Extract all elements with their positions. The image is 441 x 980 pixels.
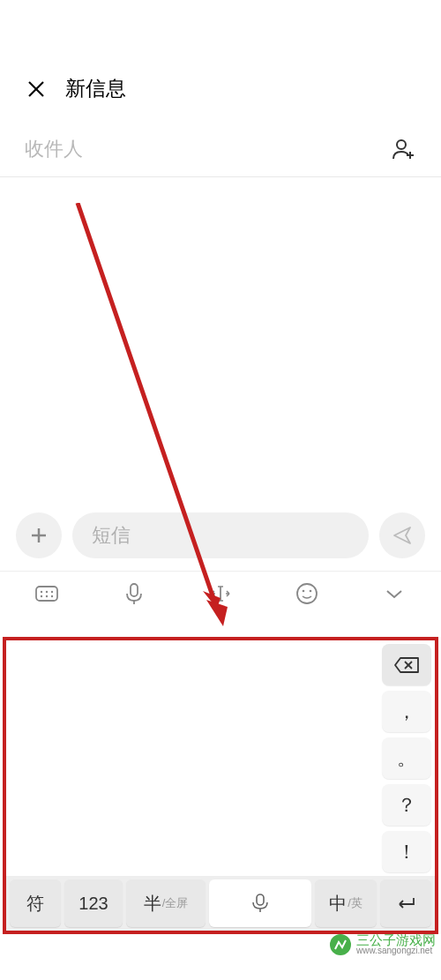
collapse-keyboard-button[interactable] bbox=[363, 587, 426, 600]
emoji-icon bbox=[295, 582, 318, 605]
question-key[interactable]: ？ bbox=[382, 784, 431, 826]
enter-icon bbox=[394, 895, 417, 911]
close-button[interactable] bbox=[25, 78, 48, 101]
svg-point-17 bbox=[297, 584, 317, 603]
half-sub-label: /全屏 bbox=[162, 895, 189, 911]
message-content bbox=[0, 177, 441, 504]
svg-point-19 bbox=[310, 590, 312, 593]
svg-point-18 bbox=[303, 590, 305, 593]
keyboard-panel: ， 。 ？ ！ 符 123 半/全屏 中/英 bbox=[3, 637, 438, 934]
close-icon bbox=[26, 79, 46, 99]
svg-point-10 bbox=[51, 591, 53, 593]
attachment-button[interactable] bbox=[16, 512, 62, 558]
symbol-key[interactable]: 符 bbox=[10, 879, 61, 927]
recipient-row[interactable]: 收件人 bbox=[0, 120, 441, 177]
svg-rect-14 bbox=[131, 584, 138, 596]
send-icon bbox=[392, 525, 413, 546]
voice-input-button[interactable] bbox=[102, 582, 166, 605]
enter-key[interactable] bbox=[380, 879, 431, 927]
microphone-icon bbox=[124, 582, 144, 605]
svg-point-8 bbox=[41, 591, 42, 593]
half-label: 半 bbox=[144, 892, 161, 916]
cursor-icon bbox=[208, 584, 233, 603]
watermark-text-block: 三公子游戏网 www.sangongzi.net bbox=[356, 933, 436, 955]
half-full-key[interactable]: 半/全屏 bbox=[126, 879, 206, 927]
header: 新信息 bbox=[0, 0, 441, 120]
keyboard-toolbar bbox=[0, 571, 441, 617]
keyboard-icon bbox=[34, 583, 59, 604]
period-key[interactable]: 。 bbox=[382, 737, 431, 779]
handwriting-area[interactable] bbox=[6, 640, 382, 876]
compose-bar: 短信 bbox=[0, 504, 441, 571]
lang-label: 中 bbox=[329, 892, 347, 916]
keyboard-side-keys: ， 。 ？ ！ bbox=[382, 640, 435, 876]
svg-rect-22 bbox=[257, 894, 264, 905]
watermark: 三公子游戏网 www.sangongzi.net bbox=[330, 933, 436, 955]
svg-point-11 bbox=[41, 595, 42, 597]
watermark-title: 三公子游戏网 bbox=[356, 933, 436, 946]
watermark-logo-icon bbox=[330, 934, 351, 955]
add-contact-button[interactable] bbox=[392, 137, 416, 161]
lang-sub-label: /英 bbox=[348, 895, 363, 911]
backspace-icon bbox=[393, 656, 420, 674]
language-key[interactable]: 中/英 bbox=[315, 879, 377, 927]
keyboard-main: ， 。 ？ ！ bbox=[6, 640, 435, 876]
space-key[interactable] bbox=[209, 879, 311, 927]
add-contact-icon bbox=[392, 137, 416, 161]
recipient-input[interactable]: 收件人 bbox=[25, 136, 392, 162]
svg-point-12 bbox=[46, 595, 48, 597]
keyboard-bottom-row: 符 123 半/全屏 中/英 bbox=[6, 876, 435, 931]
exclaim-key[interactable]: ！ bbox=[382, 831, 431, 872]
cursor-button[interactable] bbox=[189, 584, 252, 603]
comma-key[interactable]: ， bbox=[382, 691, 431, 732]
message-input[interactable]: 短信 bbox=[72, 512, 369, 558]
svg-point-13 bbox=[51, 595, 53, 597]
watermark-url: www.sangongzi.net bbox=[356, 946, 436, 955]
backspace-key[interactable] bbox=[382, 644, 431, 685]
number-key[interactable]: 123 bbox=[64, 879, 123, 927]
plus-icon bbox=[28, 525, 49, 546]
svg-point-2 bbox=[397, 140, 406, 149]
emoji-button[interactable] bbox=[275, 582, 339, 605]
voice-space-icon bbox=[249, 893, 272, 914]
svg-rect-7 bbox=[36, 587, 57, 601]
chevron-down-icon bbox=[385, 587, 404, 600]
page-title: 新信息 bbox=[65, 75, 126, 102]
send-button[interactable] bbox=[379, 512, 425, 558]
svg-point-9 bbox=[46, 591, 48, 593]
keyboard-type-button[interactable] bbox=[15, 583, 78, 604]
